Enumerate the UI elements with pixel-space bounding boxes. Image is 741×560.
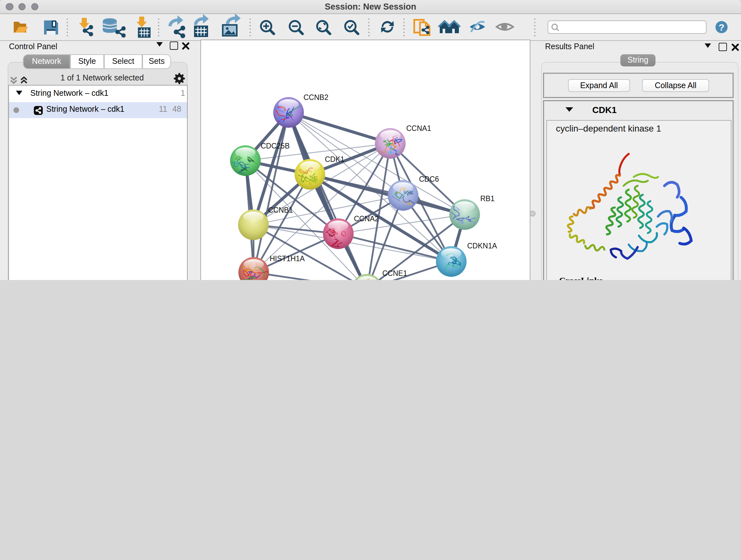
svg-text:HIST1H1A: HIST1H1A (270, 254, 305, 263)
svg-text:CDC25B: CDC25B (261, 142, 290, 150)
svg-text:CCNA2: CCNA2 (354, 214, 379, 223)
svg-text:CDC6: CDC6 (419, 175, 439, 183)
svg-text:CCNA1: CCNA1 (406, 124, 431, 132)
svg-text:CCNB2: CCNB2 (304, 93, 328, 102)
svg-text:CDKN1A: CDKN1A (467, 242, 497, 250)
svg-text:RB1: RB1 (480, 194, 495, 203)
svg-text:CCNB1: CCNB1 (268, 206, 293, 214)
svg-text:CDK1: CDK1 (325, 155, 344, 164)
svg-text:CCNE1: CCNE1 (382, 269, 407, 277)
